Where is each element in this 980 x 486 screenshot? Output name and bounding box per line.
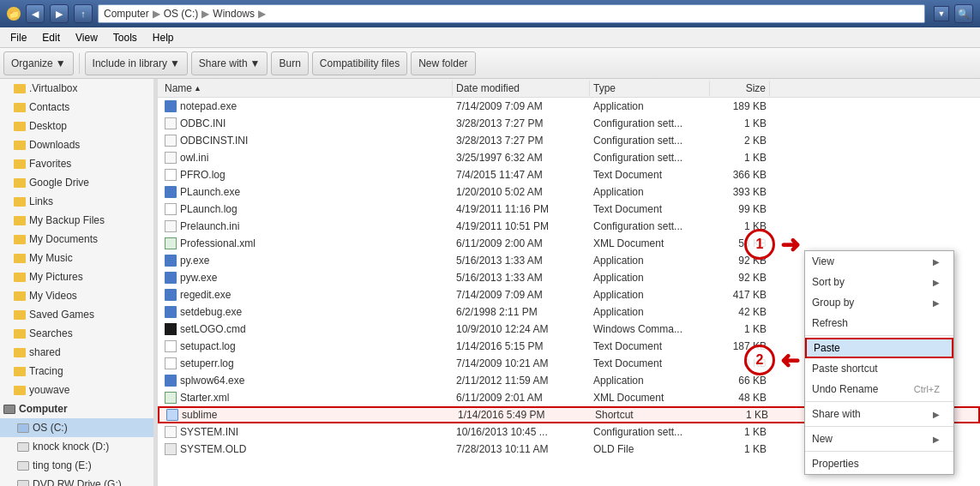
forward-button[interactable]: ▶: [50, 4, 69, 23]
file-name: Starter.xml: [161, 392, 453, 404]
file-header: Name ▲ Date modified Type Size: [158, 79, 980, 98]
context-menu-item-new[interactable]: New▶: [805, 429, 953, 449]
sidebar-item-my-documents[interactable]: My Documents: [0, 230, 153, 249]
sidebar-label: Tracing: [29, 365, 63, 377]
context-menu-item-paste-shortcut[interactable]: Paste shortcut: [805, 358, 953, 379]
sort-arrow: ▲: [194, 84, 201, 93]
sidebar-item-dvd-rw-drive-g[interactable]: DVD RW Drive (G:): [0, 475, 153, 486]
sidebar-item-ting-tong-e[interactable]: ting tong (E:): [0, 456, 153, 475]
exe-icon: [165, 186, 177, 198]
context-menu-item-view[interactable]: View▶: [805, 251, 953, 272]
file-type: Application: [590, 186, 710, 198]
toolbar: Organize ▼ Include in library ▼ Share wi…: [0, 48, 980, 79]
context-menu-item-undo-rename[interactable]: Undo RenameCtrl+Z: [805, 379, 953, 399]
file-date: 7/14/2009 7:09 AM: [453, 289, 590, 301]
context-menu-item-share-with[interactable]: Share with▶: [805, 404, 953, 424]
folder-icon: [14, 348, 26, 357]
context-menu-item-properties[interactable]: Properties: [805, 453, 953, 474]
sidebar-item-contacts[interactable]: Contacts: [0, 98, 153, 117]
sidebar-item-my-music[interactable]: My Music: [0, 249, 153, 267]
share-arrow: ▼: [250, 57, 261, 69]
menu-file[interactable]: File: [3, 30, 33, 45]
col-header-type[interactable]: Type: [590, 81, 710, 96]
table-row[interactable]: PLaunch.log 4/19/2011 11:16 PM Text Docu…: [158, 201, 980, 218]
file-name: Prelaunch.ini: [161, 220, 453, 232]
folder-icon: [14, 386, 26, 395]
sidebar-item-virtualbox[interactable]: .Virtualbox: [0, 79, 153, 98]
sidebar-label: Downloads: [29, 139, 80, 151]
search-button[interactable]: 🔍: [954, 4, 973, 23]
sidebar-label: Google Drive: [29, 177, 89, 189]
share-with-button[interactable]: Share with ▼: [191, 51, 268, 75]
compatibility-button[interactable]: Compatibility files: [312, 51, 407, 75]
sidebar-item-my-pictures[interactable]: My Pictures: [0, 267, 153, 286]
file-type: XML Document: [590, 392, 710, 404]
table-row[interactable]: ODBC.INI 3/28/2013 7:27 PM Configuration…: [158, 115, 980, 132]
file-name: PLaunch.exe: [161, 186, 453, 198]
context-menu-item-paste[interactable]: Paste: [805, 338, 953, 358]
submenu-arrow: ▶: [933, 298, 940, 308]
menu-edit[interactable]: Edit: [35, 30, 67, 45]
file-name: pyw.exe: [161, 272, 453, 284]
menu-view[interactable]: View: [69, 30, 105, 45]
sidebar-item-my-videos[interactable]: My Videos: [0, 286, 153, 305]
table-row[interactable]: owl.ini 3/25/1997 6:32 AM Configuration …: [158, 149, 980, 166]
file-pane: Name ▲ Date modified Type Size notepad.e…: [158, 79, 980, 486]
sidebar: .VirtualboxContactsDesktopDownloadsFavor…: [0, 79, 154, 486]
file-type: Application: [590, 306, 710, 318]
menu-help[interactable]: Help: [146, 30, 181, 45]
xml-icon: [165, 237, 177, 249]
sidebar-item-youwave[interactable]: youwave: [0, 381, 153, 399]
address-dropdown[interactable]: ▼: [934, 6, 949, 21]
menu-tools[interactable]: Tools: [106, 30, 144, 45]
table-row[interactable]: PLaunch.exe 1/20/2010 5:02 AM Applicatio…: [158, 183, 980, 201]
include-library-button[interactable]: Include in library ▼: [85, 51, 188, 75]
sidebar-item-saved-games[interactable]: Saved Games: [0, 305, 153, 324]
file-date: 7/14/2009 7:09 AM: [453, 100, 590, 112]
context-menu-item-sort-by[interactable]: Sort by▶: [805, 272, 953, 292]
table-row[interactable]: Prelaunch.ini 4/19/2011 10:51 PM Configu…: [158, 218, 980, 235]
folder-icon: [14, 197, 26, 207]
sidebar-item-knock-knock-d[interactable]: knock knock (D:): [0, 437, 153, 456]
context-menu-item-group-by[interactable]: Group by▶: [805, 292, 953, 313]
sidebar-item-my-backup-files[interactable]: My Backup Files: [0, 211, 153, 230]
organize-button[interactable]: Organize ▼: [3, 51, 74, 75]
burn-button[interactable]: Burn: [271, 51, 308, 75]
up-button[interactable]: ↑: [74, 4, 93, 23]
table-row[interactable]: PFRO.log 7/4/2015 11:47 AM Text Document…: [158, 166, 980, 183]
exe-icon: [165, 255, 177, 267]
sidebar-item-os-c[interactable]: OS (C:): [0, 418, 153, 437]
folder-icon: [14, 103, 26, 112]
file-type: Text Document: [590, 357, 710, 369]
table-row[interactable]: Professional.xml 6/11/2009 2:00 AM XML D…: [158, 235, 980, 252]
table-row[interactable]: notepad.exe 7/14/2009 7:09 AM Applicatio…: [158, 98, 980, 115]
file-size: 187 KB: [710, 340, 770, 352]
back-button[interactable]: ◀: [26, 4, 45, 23]
sidebar-item-google-drive[interactable]: Google Drive: [0, 173, 153, 192]
sidebar-item-tracing[interactable]: Tracing: [0, 362, 153, 381]
sidebar-item-desktop[interactable]: Desktop: [0, 117, 153, 135]
folder-icon: [14, 159, 26, 169]
col-header-size[interactable]: Size: [710, 81, 770, 96]
ini-icon: [165, 117, 177, 129]
context-menu-item-refresh[interactable]: Refresh: [805, 313, 953, 333]
shortcut-icon: [166, 409, 178, 421]
log-icon: [165, 203, 177, 215]
new-folder-button[interactable]: New folder: [411, 51, 475, 75]
sidebar-item-favorites[interactable]: Favorites: [0, 154, 153, 173]
file-size: 99 KB: [710, 203, 770, 215]
sidebar-item-shared[interactable]: shared: [0, 343, 153, 362]
address-bar[interactable]: Computer ▶ OS (C:) ▶ Windows ▶: [98, 4, 925, 23]
sidebar-item-links[interactable]: Links: [0, 192, 153, 211]
sidebar-item-downloads[interactable]: Downloads: [0, 135, 153, 154]
col-header-name[interactable]: Name ▲: [161, 81, 453, 96]
sidebar-item-searches[interactable]: Searches: [0, 324, 153, 343]
table-row[interactable]: ODBCINST.INI 3/28/2013 7:27 PM Configura…: [158, 132, 980, 149]
col-header-date[interactable]: Date modified: [453, 81, 590, 96]
context-menu-separator: [805, 401, 953, 402]
ini-icon: [165, 135, 177, 147]
drive-icon: [17, 423, 29, 433]
sidebar-item-computer[interactable]: Computer: [0, 399, 153, 418]
file-type: Application: [590, 375, 710, 387]
file-size: 0 KB: [710, 357, 770, 369]
